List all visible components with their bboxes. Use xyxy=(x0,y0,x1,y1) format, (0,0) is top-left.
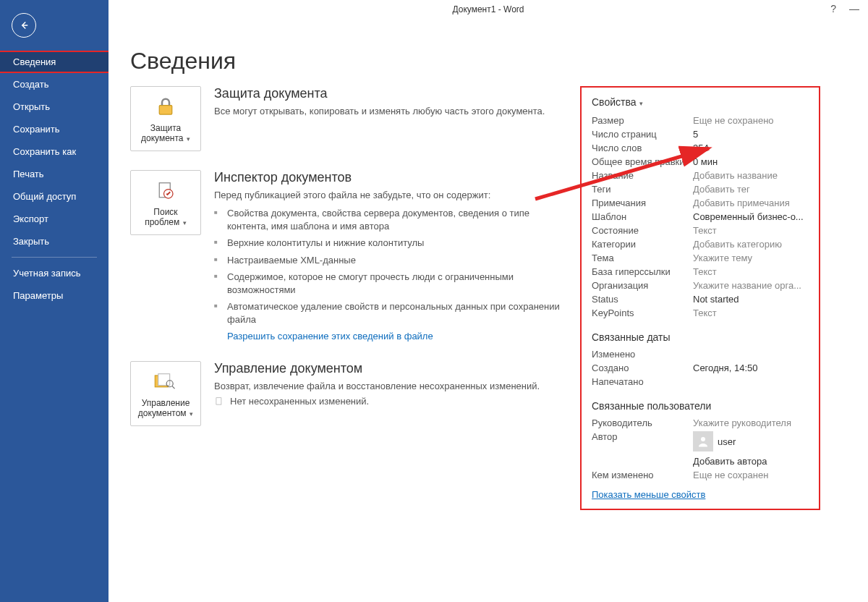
manage-desc: Возврат, извлечение файла и восстановлен… xyxy=(214,381,571,391)
property-value[interactable]: Еще не сохранено xyxy=(693,115,809,126)
property-row: ШаблонСовременный бизнес-о... xyxy=(592,210,809,224)
manager-value[interactable]: Укажите руководителя xyxy=(693,417,809,428)
property-label: Организация xyxy=(592,280,693,291)
properties-panel: Свойства ▾ РазмерЕще не сохраненоЧисло с… xyxy=(580,86,820,510)
property-label: Число слов xyxy=(592,143,693,153)
manager-label: Руководитель xyxy=(592,417,693,428)
nav-info[interactable]: Сведения xyxy=(0,51,110,73)
no-unsaved-row: Нет несохраненных изменений. xyxy=(214,396,571,407)
nav-share[interactable]: Общий доступ xyxy=(0,185,109,208)
bullet-item: Верхние колонтитулы и нижние колонтитулы xyxy=(214,234,571,252)
nav-open[interactable]: Открыть xyxy=(0,96,109,118)
property-row: НазваниеДобавить название xyxy=(592,169,809,182)
manage-title: Управление документом xyxy=(214,361,571,376)
nav-close[interactable]: Закрыть xyxy=(0,230,109,253)
page-title: Сведения xyxy=(130,48,868,75)
property-row: База гиперссылкиТекст xyxy=(592,265,809,279)
nav-account[interactable]: Учетная запись xyxy=(0,262,109,284)
property-value[interactable]: Добавить примечания xyxy=(693,198,809,208)
property-value: Современный бизнес-о... xyxy=(693,211,809,222)
chevron-down-icon: ▾ xyxy=(185,135,191,143)
nav-new[interactable]: Создать xyxy=(0,73,109,96)
properties-header[interactable]: Свойства ▾ xyxy=(592,96,809,108)
property-row: СостояниеТекст xyxy=(592,224,809,237)
help-icon[interactable]: ? xyxy=(830,3,836,14)
property-row: РазмерЕще не сохранено xyxy=(592,114,809,127)
property-label: Размер xyxy=(592,115,693,126)
author-label: Автор xyxy=(592,431,693,442)
check-issues-button[interactable]: Поиск проблем ▾ xyxy=(130,170,201,235)
manage-document-button[interactable]: Управление документом ▾ xyxy=(130,361,201,426)
window-title: Документ1 - Word xyxy=(452,4,524,14)
property-value[interactable]: Текст xyxy=(693,266,809,277)
lastmod-value: Еще не сохранен xyxy=(693,470,809,480)
minimize-icon[interactable]: — xyxy=(849,3,858,14)
manage-section: Управление документом ▾ Управление докум… xyxy=(130,361,571,426)
chevron-down-icon: ▾ xyxy=(637,100,643,107)
protect-title: Защита документа xyxy=(214,86,571,101)
property-label: Общее время правки xyxy=(592,156,693,167)
property-row: StatusNot started xyxy=(592,292,809,306)
nav-separator xyxy=(12,257,97,258)
manage-button-label: Управление документом xyxy=(138,398,190,418)
property-label: Название xyxy=(592,170,693,181)
property-row: Число страниц5 xyxy=(592,127,809,141)
backstage-sidebar: Сведения Создать Открыть Сохранить Сохра… xyxy=(0,0,109,602)
property-label: Категории xyxy=(592,239,693,250)
author-entry[interactable]: user xyxy=(693,431,809,452)
avatar xyxy=(693,431,713,452)
property-label: Примечания xyxy=(592,198,693,208)
property-value: Not started xyxy=(693,294,809,305)
titlebar: Документ1 - Word ? — xyxy=(109,0,868,19)
property-value: 354 xyxy=(693,143,809,153)
property-value[interactable]: Укажите название орга... xyxy=(693,280,809,291)
related-dates-header: Связанные даты xyxy=(592,331,809,343)
document-check-icon xyxy=(155,180,176,202)
property-value[interactable]: Добавить тег xyxy=(693,184,809,195)
date-label: Создано xyxy=(592,363,693,373)
bullet-item: Автоматическое удаление свойств и персон… xyxy=(214,298,571,328)
allow-save-link[interactable]: Разрешить сохранение этих сведений в фай… xyxy=(227,331,433,342)
property-value: 0 мин xyxy=(693,156,809,167)
related-people-header: Связанные пользователи xyxy=(592,400,809,412)
back-button[interactable] xyxy=(12,13,36,38)
property-value[interactable]: Текст xyxy=(693,225,809,236)
nav-export[interactable]: Экспорт xyxy=(0,208,109,230)
property-label: База гиперссылки xyxy=(592,266,693,277)
svg-rect-4 xyxy=(158,374,170,386)
nav-saveas[interactable]: Сохранить как xyxy=(0,140,109,163)
svg-rect-6 xyxy=(216,398,221,404)
date-value xyxy=(693,376,809,387)
property-label: Шаблон xyxy=(592,211,693,222)
chevron-down-icon: ▾ xyxy=(188,410,194,417)
inspector-title: Инспектор документов xyxy=(214,170,571,185)
nav-options[interactable]: Параметры xyxy=(0,284,109,307)
date-value xyxy=(693,349,809,360)
protect-button-label: Защита документа xyxy=(141,123,184,143)
property-row: KeyPointsТекст xyxy=(592,306,809,320)
property-row: Общее время правки0 мин xyxy=(592,155,809,169)
protect-document-button[interactable]: Защита документа ▾ xyxy=(130,86,201,151)
property-value[interactable]: Текст xyxy=(693,308,809,318)
protect-section: Защита документа ▾ Защита документа Все … xyxy=(130,86,571,151)
property-label: KeyPoints xyxy=(592,308,693,318)
no-unsaved-text: Нет несохраненных изменений. xyxy=(230,396,369,407)
date-label: Изменено xyxy=(592,349,693,360)
show-fewer-properties-link[interactable]: Показать меньше свойств xyxy=(592,489,705,500)
property-row: ПримечанияДобавить примечания xyxy=(592,196,809,210)
property-value[interactable]: Укажите тему xyxy=(693,253,809,263)
property-value[interactable]: Добавить название xyxy=(693,170,809,181)
property-label: Status xyxy=(592,294,693,305)
property-label: Число страниц xyxy=(592,129,693,140)
nav-print[interactable]: Печать xyxy=(0,163,109,185)
property-value[interactable]: Добавить категорию xyxy=(693,239,809,250)
lock-icon xyxy=(155,96,176,118)
nav-save[interactable]: Сохранить xyxy=(0,118,109,140)
property-row: Число слов354 xyxy=(592,141,809,155)
date-row: Изменено xyxy=(592,347,809,361)
date-label: Напечатано xyxy=(592,376,693,387)
add-author[interactable]: Добавить автора xyxy=(693,456,809,467)
svg-point-7 xyxy=(701,437,705,441)
info-center: Защита документа ▾ Защита документа Все … xyxy=(109,86,571,510)
chevron-down-icon: ▾ xyxy=(181,219,187,226)
